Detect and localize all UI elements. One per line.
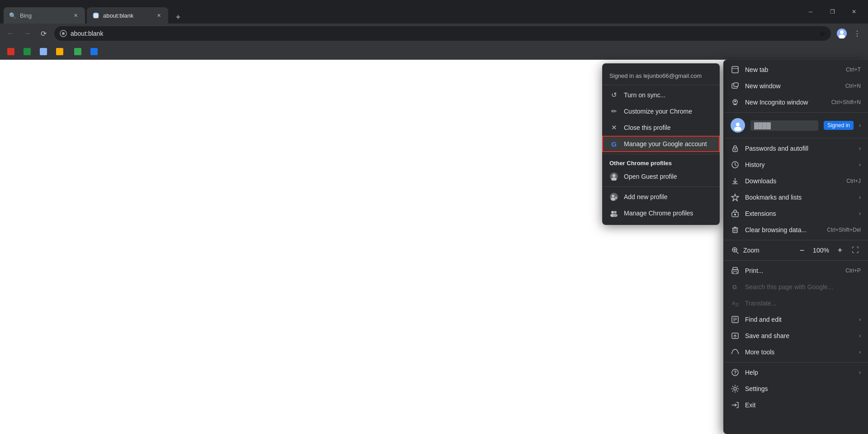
tab-close-bing[interactable]: ✕ xyxy=(71,11,80,19)
svg-point-26 xyxy=(736,123,740,126)
maximize-button[interactable]: ❐ xyxy=(822,5,843,19)
svg-rect-20 xyxy=(732,68,738,69)
profile-menu-manage-profiles[interactable]: Manage Chrome profiles xyxy=(602,205,720,221)
cm-zoom-row: Zoom − 100% + ⛶ xyxy=(723,242,868,258)
extensions-arrow: › xyxy=(859,210,861,217)
cm-more-tools[interactable]: More tools › xyxy=(723,344,868,360)
minimize-button[interactable]: ─ xyxy=(800,5,821,19)
help-arrow: › xyxy=(859,369,861,376)
tab-title-about: about:blank xyxy=(103,12,152,19)
cm-print[interactable]: Print... Ctrl+P xyxy=(723,262,868,279)
bookmark-favicon-2 xyxy=(24,48,31,55)
sync-icon: ↺ xyxy=(609,91,618,100)
cm-new-window[interactable]: New window Ctrl+N xyxy=(723,78,868,94)
bookmark-item-1[interactable] xyxy=(4,46,18,57)
print-label: Print... xyxy=(745,267,840,274)
cm-history[interactable]: History › xyxy=(723,157,868,173)
bookmarks-arrow: › xyxy=(859,194,861,200)
cm-exit[interactable]: Exit xyxy=(723,397,868,413)
profile-divider-2 xyxy=(602,154,720,154)
address-bar[interactable]: about:blank ☆ xyxy=(54,26,831,41)
cm-new-incognito[interactable]: New Incognito window Ctrl+Shift+N xyxy=(723,94,868,110)
cm-profile-avatar xyxy=(731,118,745,133)
passwords-label: Passwords and autofill xyxy=(745,145,854,152)
bookmark-item-5[interactable] xyxy=(71,46,85,57)
profile-signed-in-text: Signed in as lejunbo66@gmail.com xyxy=(602,67,720,83)
cm-profile-name: ████ xyxy=(750,120,818,131)
svg-rect-44 xyxy=(733,272,737,274)
title-bar: 🔍 Bing ✕ ⬜ about:blank ✕ + ─ ❐ ✕ xyxy=(0,0,868,24)
new-incognito-label: New Incognito window xyxy=(745,99,826,106)
profile-menu-close-profile[interactable]: ✕ Close this profile xyxy=(602,119,720,136)
cm-extensions[interactable]: Extensions › xyxy=(723,205,868,222)
cm-profile-row[interactable]: ████ Signed in › xyxy=(723,114,868,136)
svg-rect-22 xyxy=(734,83,738,86)
zoom-minus-button[interactable]: − xyxy=(796,244,808,257)
cm-divider-3 xyxy=(723,240,868,240)
profile-menu-guest[interactable]: Open Guest profile xyxy=(602,168,720,185)
forward-button[interactable]: → xyxy=(20,26,34,41)
cm-passwords[interactable]: Passwords and autofill › xyxy=(723,140,868,157)
svg-point-24 xyxy=(734,100,736,102)
cm-bookmarks[interactable]: Bookmarks and lists › xyxy=(723,189,868,205)
cm-save-share[interactable]: Save and share › xyxy=(723,328,868,344)
chrome-menu-button[interactable]: ⋮ xyxy=(850,26,864,41)
search-google-icon: G xyxy=(731,282,740,291)
bookmark-item-4[interactable] xyxy=(52,46,69,57)
svg-point-8 xyxy=(613,174,616,177)
tab-about-blank[interactable]: ⬜ about:blank ✕ xyxy=(87,7,168,24)
translate-label: Translate... xyxy=(745,300,861,307)
back-button[interactable]: ← xyxy=(4,26,18,41)
zoom-expand-button[interactable]: ⛶ xyxy=(850,245,861,256)
cm-settings[interactable]: Settings xyxy=(723,381,868,397)
profile-menu-add[interactable]: Add new profile xyxy=(602,189,720,205)
svg-marker-32 xyxy=(731,194,739,201)
cm-search-google: G Search this page with Google... xyxy=(723,279,868,295)
close-profile-label: Close this profile xyxy=(624,124,671,131)
manage-google-label: Manage your Google account xyxy=(624,140,707,148)
close-button[interactable]: ✕ xyxy=(844,5,864,19)
save-share-icon xyxy=(731,331,740,340)
sync-label: Turn on sync... xyxy=(624,91,665,99)
cm-divider-4 xyxy=(723,260,868,261)
history-arrow: › xyxy=(859,162,861,168)
profile-menu-sync[interactable]: ↺ Turn on sync... xyxy=(602,87,720,103)
bookmark-item-3[interactable] xyxy=(36,46,51,57)
bookmark-star-icon[interactable]: ☆ xyxy=(819,29,826,38)
tab-close-about[interactable]: ✕ xyxy=(155,11,163,19)
reload-button[interactable]: ⟳ xyxy=(36,26,51,41)
customize-icon: ✏ xyxy=(609,107,618,116)
downloads-shortcut: Ctrl+J xyxy=(846,178,861,184)
clear-data-shortcut: Ctrl+Shift+Del xyxy=(827,227,861,233)
clear-data-icon xyxy=(731,225,740,234)
exit-icon xyxy=(731,401,740,410)
cm-help[interactable]: ? Help › xyxy=(723,364,868,381)
bookmarks-label: Bookmarks and lists xyxy=(745,194,854,201)
toolbar-right: ⋮ xyxy=(835,26,864,41)
bookmarks-bar xyxy=(0,43,868,60)
tab-favicon-about: ⬜ xyxy=(92,12,99,19)
other-profiles-title: Other Chrome profiles xyxy=(602,156,720,168)
profile-menu-manage-google[interactable]: G Manage your Google account xyxy=(602,136,720,152)
secure-icon xyxy=(60,30,67,37)
extensions-icon xyxy=(731,209,740,218)
chrome-menu: New tab Ctrl+T New window Ctrl+N New Inc… xyxy=(723,60,868,434)
zoom-plus-button[interactable]: + xyxy=(834,244,846,257)
profile-avatar-button[interactable] xyxy=(835,26,849,41)
new-window-shortcut: Ctrl+N xyxy=(845,83,861,89)
bookmark-item-2[interactable] xyxy=(20,46,34,57)
bookmark-item-6[interactable] xyxy=(87,46,101,57)
cm-downloads[interactable]: Downloads Ctrl+J xyxy=(723,173,868,189)
cm-find-edit[interactable]: Find and edit › xyxy=(723,311,868,328)
toolbar: ← → ⟳ about:blank ☆ ⋮ xyxy=(0,24,868,43)
downloads-label: Downloads xyxy=(745,177,841,185)
exit-label: Exit xyxy=(745,401,861,409)
profile-menu-customize[interactable]: ✏ Customize your Chrome xyxy=(602,103,720,119)
new-tab-button[interactable]: + xyxy=(172,11,184,24)
zoom-icon xyxy=(731,246,740,255)
settings-icon xyxy=(731,384,740,393)
cm-new-tab[interactable]: New tab Ctrl+T xyxy=(723,62,868,78)
cm-clear-data[interactable]: Clear browsing data... Ctrl+Shift+Del xyxy=(723,222,868,238)
svg-rect-19 xyxy=(732,67,738,73)
tab-bing[interactable]: 🔍 Bing ✕ xyxy=(4,7,85,24)
